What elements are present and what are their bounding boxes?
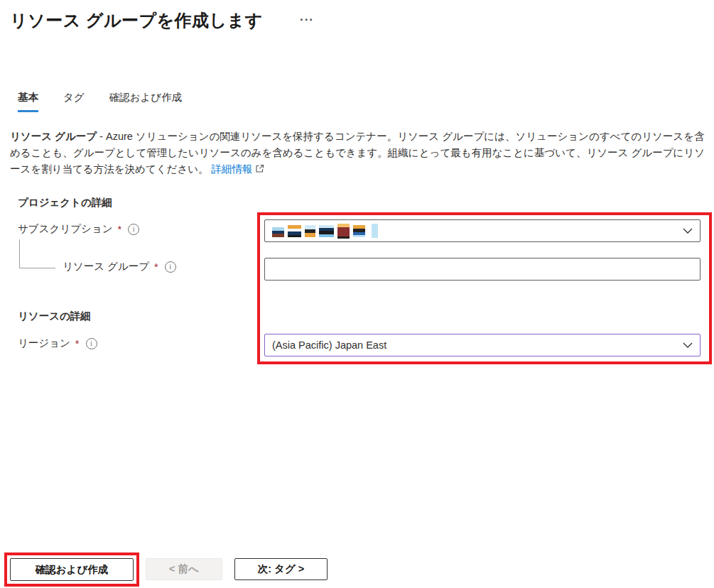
external-link-icon (255, 162, 264, 178)
page-title: リソース グループを作成します (10, 9, 263, 32)
chevron-down-icon (683, 342, 693, 349)
region-dropdown[interactable]: (Asia Pacific) Japan East (264, 334, 701, 356)
section-heading-project-details: プロジェクトの詳細 (18, 196, 112, 209)
region-label-row: リージョン * i (18, 337, 97, 350)
learn-more-link[interactable]: 詳細情報 (212, 163, 253, 175)
region-label: リージョン (18, 337, 70, 350)
tab-basics[interactable]: 基本 (18, 91, 38, 111)
resource-group-input[interactable] (265, 258, 700, 280)
tab-bar: 基本 タグ 確認および作成 (18, 91, 182, 111)
previous-button[interactable]: < 前へ (146, 558, 222, 580)
info-icon[interactable]: i (165, 261, 176, 273)
tab-review-create[interactable]: 確認および作成 (109, 91, 183, 111)
subscription-label-row: サブスクリプション * i (18, 222, 139, 236)
resource-group-description: リソース グループ - Azure ソリューションの関連リソースを保持するコンテ… (10, 129, 706, 178)
info-icon[interactable]: i (128, 224, 139, 235)
more-options-icon[interactable]: ··· (300, 13, 314, 27)
next-tags-button[interactable]: 次: タグ > (234, 558, 328, 580)
description-lead: リソース グループ (10, 131, 97, 142)
parent-child-connector-line (19, 239, 55, 268)
review-create-button[interactable]: 確認および作成 (10, 558, 134, 581)
info-icon[interactable]: i (86, 338, 97, 349)
redacted-subscription-value (272, 224, 378, 238)
subscription-label: サブスクリプション (18, 222, 113, 236)
required-asterisk: * (75, 338, 80, 349)
resource-group-field (264, 258, 701, 281)
subscription-dropdown[interactable] (264, 219, 701, 242)
required-asterisk: * (154, 261, 158, 273)
tab-tags[interactable]: タグ (63, 91, 85, 111)
chevron-down-icon (683, 228, 693, 234)
resource-group-label-row: リソース グループ * i (63, 260, 176, 273)
region-value: (Asia Pacific) Japan East (272, 339, 386, 351)
section-heading-resource-details: リソースの詳細 (18, 310, 91, 323)
required-asterisk: * (118, 224, 122, 235)
resource-group-label: リソース グループ (63, 260, 149, 273)
description-body: - Azure ソリューションの関連リソースを保持するコンテナー。リソース グル… (10, 131, 705, 175)
